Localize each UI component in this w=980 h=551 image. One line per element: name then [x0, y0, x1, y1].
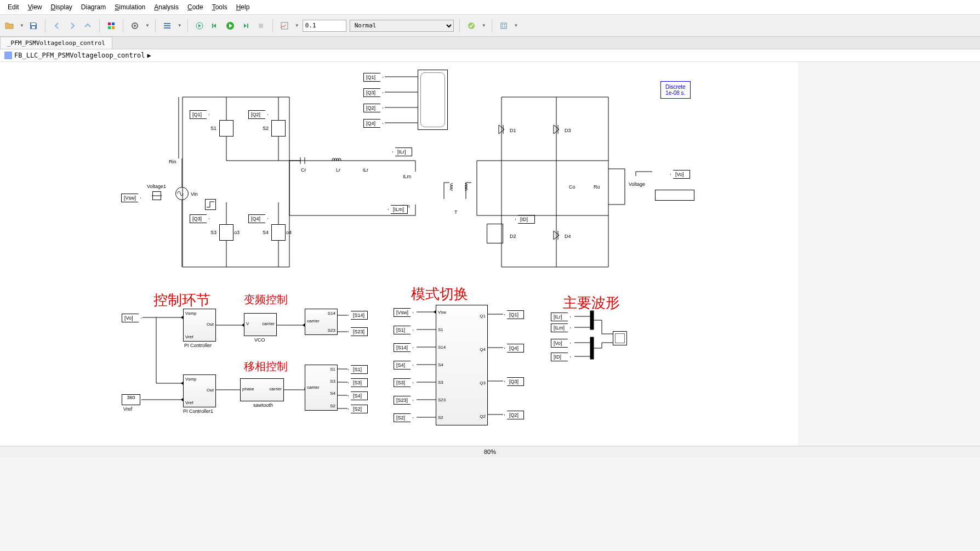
forward-button[interactable]: [66, 20, 78, 32]
model-explorer-button[interactable]: [161, 20, 173, 32]
tag-q2-goto[interactable]: [Q2]: [248, 110, 268, 119]
deploy-button[interactable]: [498, 20, 510, 32]
save-button[interactable]: [27, 20, 39, 32]
menu-edit[interactable]: Edit: [4, 2, 22, 12]
tag-ilr-goto[interactable]: [ILr]: [392, 147, 412, 156]
tag-vsw-from-ms[interactable]: [Vsw]: [394, 308, 413, 317]
tag-vo-goto[interactable]: [Vo]: [670, 170, 690, 179]
vin-source-block[interactable]: [175, 187, 189, 200]
tag-q4-goto-ms[interactable]: [Q4]: [504, 344, 524, 353]
label-d4: D4: [565, 234, 571, 239]
fast-restart-icon: [195, 21, 204, 30]
tag-ilm-goto[interactable]: [ILm]: [388, 205, 408, 214]
label-t: T: [454, 209, 458, 215]
dropdown-icon[interactable]: ▼: [20, 23, 24, 28]
vref-const-block[interactable]: 360: [122, 394, 140, 405]
config-button[interactable]: [129, 20, 141, 32]
scope-waveform[interactable]: [613, 331, 627, 345]
tag-s1-from-ms[interactable]: [S1]: [394, 326, 413, 334]
tag-ilr-from-wf[interactable]: [ILr]: [551, 313, 571, 321]
data-inspector-button[interactable]: [278, 20, 290, 32]
tag-q4-goto[interactable]: [Q4]: [248, 214, 268, 223]
tag-s2-from-ms[interactable]: [S2]: [394, 413, 413, 422]
stop-button[interactable]: [255, 20, 267, 32]
dropdown-icon[interactable]: ▼: [514, 23, 519, 28]
tag-s2-goto[interactable]: [S2]: [348, 405, 368, 413]
sawtooth-subsystem[interactable]: phase carrier: [240, 378, 284, 401]
sim-mode-select[interactable]: Normal: [350, 20, 454, 32]
chevron-right-icon[interactable]: ▶: [147, 52, 151, 59]
dropdown-icon[interactable]: ▼: [295, 23, 299, 28]
model-canvas[interactable]: Discrete 1e-08 s. [Q1] [Q3] [Q2] [Q4] [V…: [0, 62, 798, 446]
pi-controller-subsystem[interactable]: Vsmp Vref Out: [183, 309, 216, 342]
dropdown-icon[interactable]: ▼: [178, 23, 182, 28]
stop-time-input[interactable]: [303, 20, 346, 32]
menu-help[interactable]: Help: [233, 2, 253, 12]
library-browser-button[interactable]: [105, 20, 117, 32]
step-block[interactable]: [205, 199, 216, 210]
tag-s4-goto[interactable]: [S4]: [348, 391, 368, 400]
menu-code[interactable]: Code: [184, 2, 207, 12]
svg-point-7: [134, 25, 136, 27]
menu-display[interactable]: Display: [48, 2, 76, 12]
powergui-block[interactable]: Discrete 1e-08 s.: [660, 81, 691, 99]
step-forward-button[interactable]: [240, 20, 252, 32]
tag-q1-goto-ms[interactable]: [Q1]: [504, 310, 524, 319]
menu-analysis[interactable]: Analysis: [151, 2, 182, 12]
tag-id-from-wf[interactable]: [ID]: [551, 353, 571, 361]
tag-id-goto[interactable]: [ID]: [515, 215, 535, 224]
tag-s3-goto[interactable]: [S3]: [348, 378, 368, 387]
scope-q-signals[interactable]: [418, 70, 448, 130]
tag-q1-goto[interactable]: [Q1]: [190, 110, 209, 119]
tab-model[interactable]: _PFM_PSMVoltageloop_control: [0, 37, 112, 49]
tag-q2-from[interactable]: [Q2]: [363, 104, 383, 112]
tag-s14-goto[interactable]: [S14]: [348, 311, 368, 320]
vco-subsystem[interactable]: V carrier: [244, 313, 277, 336]
voltage-measure-block[interactable]: [152, 191, 161, 200]
tag-s23-from-ms[interactable]: [S23]: [394, 396, 413, 405]
tag-q1-from[interactable]: [Q1]: [363, 73, 383, 82]
display-block[interactable]: [655, 190, 694, 201]
tag-q3-from[interactable]: [Q3]: [363, 88, 383, 97]
menu-view[interactable]: View: [25, 2, 45, 12]
breadcrumb-item[interactable]: FB_LLC_PFM_PSMVoltageloop_control: [14, 52, 145, 59]
tag-ilm-from-wf[interactable]: [ILm]: [551, 323, 571, 332]
tag-s23-goto[interactable]: [S23]: [348, 327, 368, 336]
save-icon: [29, 21, 38, 30]
tag-vo-from-wf[interactable]: [Vo]: [551, 339, 571, 348]
pwm-s14s23-subsystem[interactable]: carrier S14 S23: [305, 309, 338, 335]
diode-d2-block[interactable]: [487, 224, 503, 243]
tag-s4-from-ms[interactable]: [S4]: [394, 361, 413, 370]
tag-vo-from[interactable]: [Vo]: [122, 314, 141, 322]
menu-simulation[interactable]: Simulation: [111, 2, 149, 12]
dropdown-icon[interactable]: ▼: [482, 23, 486, 28]
label-d2: D2: [510, 234, 516, 239]
run-button[interactable]: [224, 20, 236, 32]
pwm-s1234-subsystem[interactable]: carrier S1 S3 S4 S2: [305, 365, 338, 411]
mode-switch-subsystem[interactable]: Vsw S1 S14 S4 S3 S23 S2 Q1 Q4 Q3 Q2: [436, 305, 488, 425]
fast-restart-button[interactable]: [193, 20, 206, 32]
back-button[interactable]: [51, 20, 63, 32]
tag-s14-from-ms[interactable]: [S14]: [394, 343, 413, 352]
menu-tools[interactable]: Tools: [209, 2, 231, 12]
pi-controller1-subsystem[interactable]: Vsmp Vref Out: [183, 374, 216, 407]
label-d1: D1: [510, 128, 516, 133]
tag-s1-goto[interactable]: [S1]: [348, 365, 368, 374]
tag-s3-from-ms[interactable]: [S3]: [394, 378, 413, 387]
tag-q4-from[interactable]: [Q4]: [363, 119, 383, 128]
label-sawtooth: sawtooth: [253, 402, 273, 408]
menu-diagram[interactable]: Diagram: [78, 2, 109, 12]
step-back-button[interactable]: [209, 20, 221, 32]
up-button[interactable]: [82, 20, 94, 32]
tag-vsw-goto[interactable]: [Vsw]: [121, 194, 141, 202]
build-button[interactable]: [465, 20, 477, 32]
tag-q2-goto-ms[interactable]: [Q2]: [504, 411, 524, 419]
dropdown-icon[interactable]: ▼: [145, 23, 150, 28]
tag-q3-goto-ms[interactable]: [Q3]: [504, 377, 524, 386]
switch-s3-block[interactable]: [219, 224, 233, 241]
switch-s1-block[interactable]: [219, 120, 233, 137]
open-button[interactable]: [3, 20, 15, 32]
tag-q3-goto[interactable]: [Q3]: [190, 214, 209, 223]
switch-s2-block[interactable]: [271, 120, 286, 137]
switch-s4-block[interactable]: [271, 224, 286, 241]
